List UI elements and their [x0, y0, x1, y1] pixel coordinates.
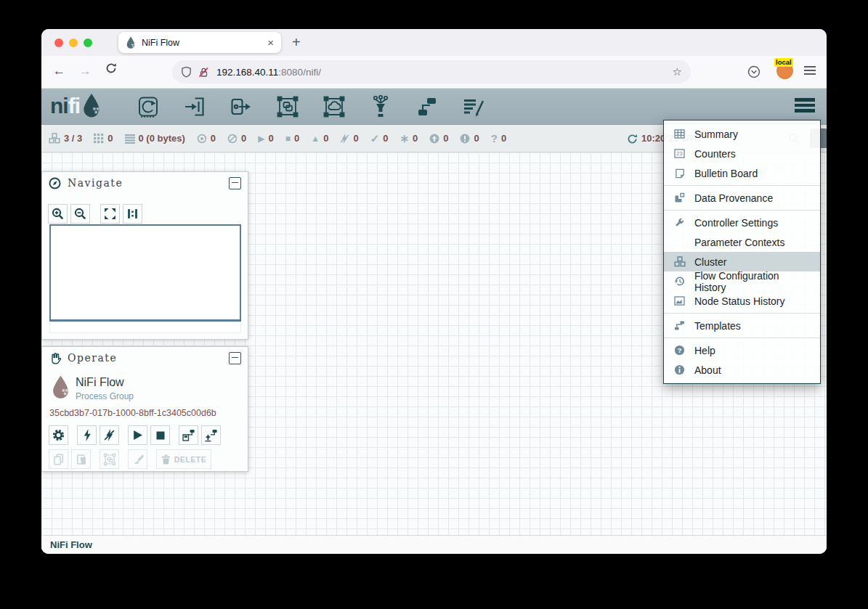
locally-modified-icon: ∗: [399, 134, 409, 143]
cluster-icon: [49, 133, 60, 144]
history-icon: [673, 276, 686, 287]
processor-component[interactable]: [136, 94, 161, 119]
menu-item-node-status-history[interactable]: Node Status History: [664, 291, 820, 311]
input-port-component[interactable]: [182, 94, 207, 119]
browser-menu-button[interactable]: [804, 66, 816, 78]
area-chart-icon: [673, 296, 686, 306]
url-host: 192.168.40.11: [216, 67, 278, 78]
help-icon: ?: [673, 345, 686, 356]
menu-item-summary[interactable]: Summary: [664, 124, 820, 144]
menu-item-about[interactable]: About: [664, 360, 820, 380]
close-window-button[interactable]: [54, 38, 63, 47]
back-button[interactable]: ←: [53, 64, 65, 78]
process-group-component[interactable]: [275, 94, 300, 119]
new-tab-button[interactable]: +: [292, 33, 301, 52]
paste-button[interactable]: [71, 449, 91, 469]
zoom-out-button[interactable]: [70, 204, 90, 224]
transmitting-icon: [197, 134, 207, 144]
menu-item-data-provenance[interactable]: Data Provenance: [664, 188, 820, 208]
stat-invalid: ▲0: [311, 133, 328, 144]
menu-item-flow-configuration-history[interactable]: Flow Configuration History: [664, 271, 820, 291]
stat-connected-nodes: 3 / 3: [49, 133, 82, 144]
running-count: 0: [269, 133, 274, 144]
refresh-icon[interactable]: [627, 134, 638, 144]
forward-button[interactable]: →: [79, 64, 92, 78]
menu-label: Node Status History: [694, 295, 785, 307]
stopped-count: 0: [294, 133, 299, 144]
configure-button[interactable]: [49, 425, 68, 445]
profile-avatar[interactable]: local: [776, 62, 793, 79]
menu-separator: [664, 338, 820, 338]
zoom-actual-size-button[interactable]: [123, 204, 142, 224]
remote-process-group-component[interactable]: [322, 94, 346, 119]
minimize-window-button[interactable]: [69, 38, 78, 47]
menu-item-controller-settings[interactable]: Controller Settings: [664, 213, 820, 232]
disable-button[interactable]: [100, 425, 119, 445]
browser-tab[interactable]: NiFi Flow ×: [118, 32, 281, 53]
disabled-icon: [340, 134, 349, 144]
template-icon: [673, 320, 686, 331]
threads-grid-icon: [94, 134, 104, 144]
label-component[interactable]: [461, 94, 486, 119]
group-button[interactable]: [100, 449, 119, 469]
sync-failure-count: 0: [501, 133, 506, 144]
menu-item-help[interactable]: ?Help: [664, 340, 820, 360]
stat-active-threads: 0: [94, 133, 113, 144]
close-tab-icon[interactable]: ×: [267, 36, 274, 49]
stat-up-to-date: ✓0: [370, 133, 389, 144]
zoom-window-button[interactable]: [84, 38, 92, 47]
menu-label: Cluster: [694, 256, 726, 268]
delete-button-label: DELETE: [174, 455, 206, 464]
menu-item-parameter-contexts[interactable]: Parameter Contexts: [664, 232, 820, 252]
save-template-button[interactable]: [179, 425, 198, 445]
stat-not-transmitting: 0: [227, 133, 246, 144]
menu-item-bulletin-board[interactable]: Bulletin Board: [664, 163, 820, 183]
navigate-panel-title: Navigate: [68, 177, 229, 189]
component-toolbar: [136, 94, 486, 119]
bookmark-star-icon[interactable]: ☆: [673, 65, 682, 78]
zoom-fit-button[interactable]: [100, 204, 120, 224]
upload-template-button[interactable]: [201, 425, 221, 445]
insecure-lock-icon[interactable]: [198, 67, 209, 78]
collapse-navigate-button[interactable]: [229, 177, 241, 189]
logo-ni: ni: [50, 94, 68, 118]
funnel-component[interactable]: [368, 94, 393, 119]
queued-count: 0 (0 bytes): [139, 133, 185, 144]
menu-separator: [664, 313, 820, 314]
tracking-shield-icon[interactable]: [181, 66, 192, 78]
template-component[interactable]: [415, 94, 439, 119]
menu-item-counters[interactable]: 23Counters: [664, 144, 820, 163]
trash-icon: [161, 454, 171, 465]
pocket-icon[interactable]: [747, 65, 760, 78]
svg-text:?: ?: [678, 347, 682, 354]
start-button[interactable]: [128, 425, 147, 445]
url-text[interactable]: 192.168.40.11:8080/nifi/: [216, 67, 673, 78]
enable-button[interactable]: [77, 425, 97, 445]
not-transmitting-count: 0: [241, 133, 246, 144]
queued-list-icon: [125, 134, 135, 144]
output-port-component[interactable]: [229, 94, 253, 119]
tab-title: NiFi Flow: [142, 38, 267, 48]
transmitting-count: 0: [211, 133, 216, 144]
copy-button[interactable]: [49, 449, 68, 469]
locally-modified-count: 0: [413, 133, 418, 144]
url-bar[interactable]: 192.168.40.11:8080/nifi/ ☆: [172, 60, 691, 83]
hand-icon: [49, 352, 61, 364]
global-menu-button[interactable]: [795, 98, 815, 115]
menu-label: Flow Configuration History: [694, 270, 813, 293]
breadcrumb[interactable]: NiFi Flow: [50, 539, 92, 550]
fill-color-button[interactable]: [128, 449, 147, 469]
stop-button[interactable]: [150, 425, 170, 445]
stat-stopped: ■0: [285, 133, 299, 144]
stat-disabled: 0: [340, 133, 358, 144]
locally-modified-and-stale-icon: [460, 134, 470, 144]
delete-button[interactable]: DELETE: [156, 449, 211, 469]
menu-item-templates[interactable]: Templates: [664, 316, 820, 335]
birdseye-view[interactable]: [49, 224, 241, 322]
collapse-operate-button[interactable]: [229, 352, 241, 364]
selection-type: Process Group: [76, 391, 134, 401]
navigate-toolbar: [48, 204, 145, 224]
menu-item-cluster[interactable]: Cluster: [664, 252, 820, 271]
reload-button[interactable]: [105, 62, 117, 78]
zoom-in-button[interactable]: [48, 204, 68, 224]
